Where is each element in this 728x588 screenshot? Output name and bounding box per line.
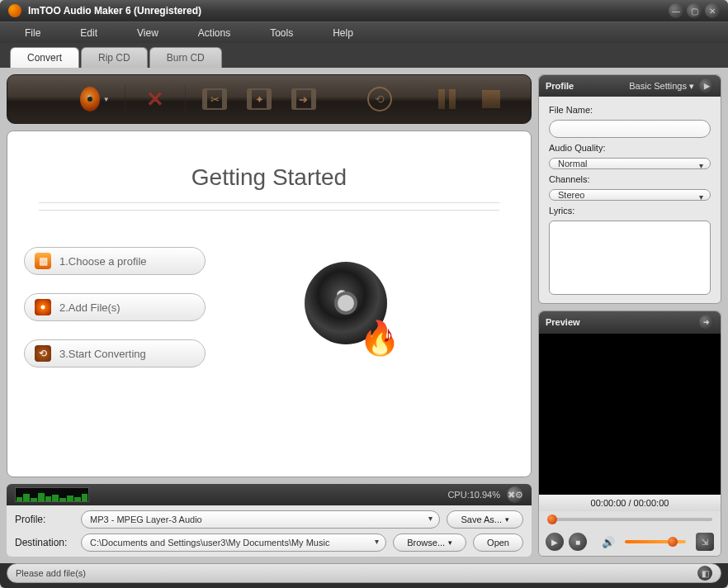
add-files-icon bbox=[35, 299, 51, 315]
maximize-button[interactable]: ▢ bbox=[687, 3, 702, 18]
minimize-button[interactable]: — bbox=[669, 3, 683, 18]
cpu-graph bbox=[15, 487, 89, 502]
pause-button[interactable] bbox=[432, 84, 461, 114]
title-bar: ImTOO Audio Maker 6 (Unregistered) — ▢ ✕ bbox=[0, 0, 728, 21]
cpu-label: CPU:10.94% bbox=[96, 490, 500, 500]
volume-slider[interactable] bbox=[625, 540, 686, 543]
menu-tools[interactable]: Tools bbox=[253, 24, 316, 42]
main-panel: Getting Started ▦ 1.Choose a profile 2.A… bbox=[7, 130, 532, 477]
preview-video-area bbox=[539, 333, 721, 495]
delete-button[interactable]: ✕ bbox=[140, 84, 170, 114]
cd-artwork: 🔥 ♪ bbox=[305, 262, 395, 353]
menu-bar: File Edit View Actions Tools Help bbox=[0, 21, 728, 43]
step-choose-profile[interactable]: ▦ 1.Choose a profile bbox=[24, 247, 206, 275]
status-text: Please add file(s) bbox=[16, 568, 86, 578]
stop-button[interactable] bbox=[476, 84, 506, 114]
open-button[interactable]: Open bbox=[473, 533, 523, 552]
app-icon bbox=[8, 4, 21, 17]
add-media-button[interactable]: ▼ bbox=[80, 84, 110, 114]
lyrics-label: Lyrics: bbox=[549, 206, 711, 216]
profile-panel-more-button[interactable]: ▶ bbox=[699, 78, 714, 93]
menu-view[interactable]: View bbox=[121, 24, 182, 42]
toolbar: ▼ ✕ ✂ ✦ ➔ ⟲ bbox=[7, 74, 532, 124]
tab-strip: Convert Rip CD Burn CD bbox=[0, 43, 728, 68]
save-as-button[interactable]: Save As...▾ bbox=[447, 510, 523, 529]
step1-label: 1.Choose a profile bbox=[59, 255, 147, 268]
menu-edit[interactable]: Edit bbox=[64, 24, 121, 42]
basic-settings-toggle[interactable]: Basic Settings ▾ bbox=[629, 81, 694, 92]
convert-button[interactable]: ⟲ bbox=[365, 84, 395, 114]
profile-panel: Profile Basic Settings ▾ ▶ File Name: Au… bbox=[538, 74, 721, 304]
profile-label: Profile: bbox=[15, 514, 74, 525]
cut-clip-button[interactable]: ✂ bbox=[201, 84, 230, 114]
volume-icon[interactable]: 🔊 bbox=[602, 536, 615, 548]
window-title: ImTOO Audio Maker 6 (Unregistered) bbox=[28, 5, 669, 17]
step2-label: 2.Add File(s) bbox=[59, 301, 121, 314]
merge-clip-button[interactable]: ➔ bbox=[289, 84, 319, 114]
lyrics-textarea[interactable] bbox=[549, 220, 711, 295]
audio-quality-label: Audio Quality: bbox=[549, 143, 711, 153]
profile-icon: ▦ bbox=[35, 253, 51, 269]
browse-button[interactable]: Browse...▾ bbox=[393, 533, 466, 552]
audio-quality-combo[interactable]: Normal bbox=[549, 158, 711, 169]
cpu-bar: CPU:10.94% ✖⚙ bbox=[7, 484, 532, 505]
destination-combo[interactable]: C:\Documents and Settings\user3\My Docum… bbox=[81, 533, 386, 552]
status-action-button[interactable]: ◧ bbox=[697, 566, 712, 581]
edit-clip-button[interactable]: ✦ bbox=[244, 84, 274, 114]
tab-rip-cd[interactable]: Rip CD bbox=[81, 47, 148, 68]
getting-started-heading: Getting Started bbox=[24, 164, 514, 191]
menu-file[interactable]: File bbox=[8, 24, 64, 42]
channels-label: Channels: bbox=[549, 174, 711, 184]
profile-panel-title: Profile bbox=[546, 81, 574, 91]
stop-preview-button[interactable]: ■ bbox=[569, 533, 587, 551]
file-name-input[interactable] bbox=[549, 120, 711, 138]
preview-expand-button[interactable]: ➜ bbox=[699, 315, 714, 330]
play-button[interactable]: ▶ bbox=[546, 533, 564, 551]
convert-icon: ⟲ bbox=[35, 345, 51, 362]
channels-combo[interactable]: Stereo bbox=[549, 189, 711, 201]
tab-convert[interactable]: Convert bbox=[10, 47, 79, 68]
step3-label: 3.Start Converting bbox=[59, 348, 146, 360]
snapshot-button[interactable]: ⇲ bbox=[696, 533, 714, 551]
tab-burn-cd[interactable]: Burn CD bbox=[149, 47, 222, 68]
destination-label: Destination: bbox=[15, 537, 74, 548]
file-name-label: File Name: bbox=[549, 105, 711, 115]
menu-help[interactable]: Help bbox=[316, 24, 376, 42]
status-bar: Please add file(s) ◧ bbox=[7, 563, 721, 583]
preview-panel-title: Preview bbox=[546, 317, 580, 327]
preview-panel: Preview ➜ 00:00:00 / 00:00:00 ▶ ■ 🔊 ⇲ bbox=[538, 311, 721, 557]
seek-slider[interactable] bbox=[547, 518, 712, 521]
step-start-converting[interactable]: ⟲ 3.Start Converting bbox=[24, 339, 206, 368]
cpu-settings-button[interactable]: ✖⚙ bbox=[507, 486, 523, 503]
preview-timecode: 00:00:00 / 00:00:00 bbox=[539, 495, 721, 511]
menu-actions[interactable]: Actions bbox=[182, 24, 253, 42]
close-button[interactable]: ✕ bbox=[705, 3, 720, 18]
profile-combo[interactable]: MP3 - MPEG Layer-3 Audio bbox=[81, 510, 440, 529]
step-add-files[interactable]: 2.Add File(s) bbox=[24, 293, 206, 321]
